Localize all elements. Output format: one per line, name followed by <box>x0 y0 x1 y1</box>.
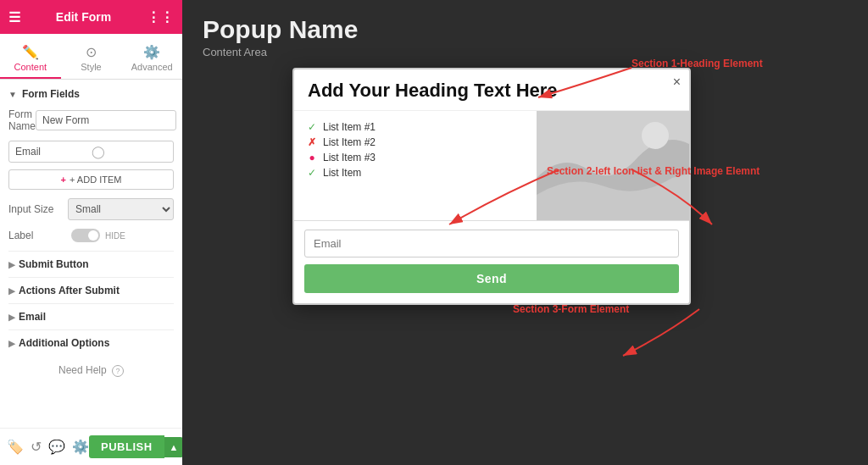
page-title: Popup Name <box>203 15 848 44</box>
form-fields-arrow: ▼ <box>8 90 17 99</box>
footer-tag-icon[interactable]: 🏷️ <box>7 439 24 455</box>
svg-point-1 <box>642 122 669 149</box>
tab-advanced[interactable]: ⚙️ Advanced <box>121 41 182 79</box>
section3-arrow <box>598 305 716 364</box>
form-name-label: Form Name <box>8 108 36 132</box>
footer-undo-icon[interactable]: ↺ <box>31 439 42 455</box>
advanced-tab-icon: ⚙️ <box>143 44 160 60</box>
sidebar-footer: 🏷️ ↺ 💬 ⚙️ PUBLISH ▲ <box>0 428 182 465</box>
need-help: Need Help ? <box>8 356 174 385</box>
submit-button-arrow: ▶ <box>8 260 15 269</box>
submit-button-header[interactable]: ▶ Submit Button <box>8 258 174 270</box>
tab-content[interactable]: ✏️ Content <box>0 41 61 79</box>
email-section: ▶ Email <box>8 303 174 329</box>
sidebar-header: ☰ Edit Form ⋮⋮ <box>0 0 182 34</box>
email-section-label: Email <box>19 311 46 323</box>
additional-options-arrow: ▶ <box>8 339 15 348</box>
add-item-label: + ADD ITEM <box>70 174 121 185</box>
list-item-label-4: List Item <box>323 167 361 179</box>
popup-email-input[interactable] <box>304 230 679 257</box>
actions-arrow: ▶ <box>8 286 15 296</box>
need-help-label: Need Help <box>58 364 107 376</box>
label-toggle[interactable] <box>71 229 100 242</box>
submit-button-section: ▶ Submit Button <box>8 251 174 277</box>
popup-section3: Send <box>294 221 689 303</box>
email-settings-icon[interactable]: ◯ <box>92 145 168 158</box>
additional-options-label: Additional Options <box>19 337 109 349</box>
email-field-row: Email ◯ <box>8 141 174 163</box>
add-item-plus-icon: + <box>61 174 66 185</box>
form-fields-section[interactable]: ▼ Form Fields <box>8 88 174 100</box>
tab-style[interactable]: ⊙ Style <box>61 41 122 79</box>
label-hint: HIDE <box>105 231 125 241</box>
sidebar-content: ▼ Form Fields Form Name Email ◯ + + ADD … <box>0 80 182 428</box>
content-tab-icon: ✏️ <box>22 44 39 60</box>
footer-settings-icon[interactable]: ⚙️ <box>72 439 89 455</box>
list-item-label-2: List Item #2 <box>323 136 376 148</box>
popup-send-button[interactable]: Send <box>304 264 679 293</box>
actions-section: ▶ Actions After Submit <box>8 277 174 303</box>
form-fields-label: Form Fields <box>22 88 80 100</box>
check-icon-4: ✓ <box>306 167 318 179</box>
actions-header[interactable]: ▶ Actions After Submit <box>8 285 174 296</box>
input-size-label: Input Size <box>8 203 68 215</box>
add-item-button[interactable]: + + ADD ITEM <box>8 169 174 190</box>
publish-button-wrap: PUBLISH ▲ <box>89 435 182 458</box>
popup-heading: Add Your Heading Text Here <box>308 80 558 101</box>
popup-image <box>537 111 689 220</box>
popup-overlay: × Add Your Heading Text Here ✓ List Item… <box>292 68 691 305</box>
popup-section1: Add Your Heading Text Here <box>294 69 689 111</box>
label-row: Label HIDE <box>8 229 174 242</box>
label-field-label: Label <box>8 230 68 241</box>
content-area-label: Content Area <box>203 46 848 58</box>
cross-icon-2: ✗ <box>306 136 318 148</box>
toggle-knob <box>88 230 98 241</box>
email-section-arrow: ▶ <box>8 313 15 322</box>
list-item: ✓ List Item <box>306 167 525 179</box>
list-item: ● List Item #3 <box>306 152 525 163</box>
footer-icons: 🏷️ ↺ 💬 ⚙️ <box>7 439 89 455</box>
email-field-label: Email <box>15 146 92 158</box>
hamburger-icon[interactable]: ☰ <box>8 9 20 25</box>
style-tab-label: Style <box>81 62 101 72</box>
list-item-label-3: List Item #3 <box>323 152 376 163</box>
main-content: Popup Name Content Area × Add Your Headi… <box>182 0 868 465</box>
list-item: ✓ List Item #1 <box>306 121 525 133</box>
grid-icon[interactable]: ⋮⋮ <box>147 9 174 25</box>
email-section-header[interactable]: ▶ Email <box>8 311 174 323</box>
additional-options-header[interactable]: ▶ Additional Options <box>8 337 174 349</box>
check-icon-1: ✓ <box>306 121 318 133</box>
sidebar: ☰ Edit Form ⋮⋮ ✏️ Content ⊙ Style ⚙️ Adv… <box>0 0 182 465</box>
actions-label: Actions After Submit <box>19 285 120 296</box>
sidebar-title: Edit Form <box>20 10 147 24</box>
submit-button-label: Submit Button <box>19 258 89 270</box>
advanced-tab-label: Advanced <box>131 62 173 72</box>
publish-dropdown-button[interactable]: ▲ <box>164 437 182 457</box>
publish-button[interactable]: PUBLISH <box>89 435 164 458</box>
section3-annotation: Section 3-Form Element <box>513 303 629 315</box>
additional-options-section: ▶ Additional Options <box>8 329 174 356</box>
form-name-input[interactable] <box>36 110 176 130</box>
form-name-row: Form Name <box>8 108 174 132</box>
popup-section2: ✓ List Item #1 ✗ List Item #2 ● List Ite… <box>294 111 689 221</box>
help-icon[interactable]: ? <box>112 365 124 377</box>
input-size-select[interactable]: Small Medium Large <box>68 198 174 220</box>
content-tab-label: Content <box>14 62 47 72</box>
popup-close-button[interactable]: × <box>673 75 681 90</box>
list-item-label-1: List Item #1 <box>323 121 376 133</box>
input-size-row: Input Size Small Medium Large <box>8 198 174 220</box>
footer-chat-icon[interactable]: 💬 <box>48 439 65 455</box>
style-tab-icon: ⊙ <box>86 44 97 60</box>
list-item: ✗ List Item #2 <box>306 136 525 148</box>
sidebar-tabs: ✏️ Content ⊙ Style ⚙️ Advanced <box>0 34 182 80</box>
circle-icon-3: ● <box>306 152 318 163</box>
popup-list: ✓ List Item #1 ✗ List Item #2 ● List Ite… <box>294 111 537 220</box>
